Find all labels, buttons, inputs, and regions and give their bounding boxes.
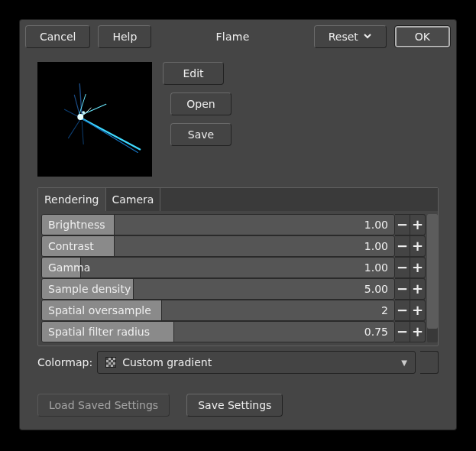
reset-button[interactable]: Reset <box>314 25 387 48</box>
reset-label: Reset <box>329 31 358 43</box>
param-label: Brightness <box>42 219 105 231</box>
colormap-row: Colormap: Custom gradient ▼ <box>37 351 439 374</box>
param-row-contrast: Contrast1.00−+ <box>41 235 426 257</box>
flame-dialog: Cancel Help Flame Reset OK <box>20 20 456 430</box>
load-saved-settings-button[interactable]: Load Saved Settings <box>37 394 170 417</box>
help-button[interactable]: Help <box>98 25 151 48</box>
tab-camera[interactable]: Camera <box>106 188 161 211</box>
param-value: 5.00 <box>364 283 394 295</box>
tab-spacer <box>160 188 438 211</box>
param-value: 1.00 <box>364 219 394 231</box>
param-slider[interactable]: Spatial oversample2 <box>41 300 395 321</box>
colormap-extra-button[interactable] <box>420 351 439 374</box>
param-row-gamma: Gamma1.00−+ <box>41 257 426 278</box>
preview-row: Edit Open Save <box>37 62 439 177</box>
tab-camera-label: Camera <box>112 193 154 206</box>
param-value: 2 <box>381 304 394 316</box>
dialog-content: Edit Open Save Rendering Camera Brightne… <box>25 62 451 430</box>
scrollbar-thumb[interactable] <box>427 214 438 329</box>
param-row-brightness: Brightness1.00−+ <box>41 214 426 235</box>
plus-icon[interactable]: + <box>410 321 426 342</box>
param-label: Sample density <box>42 283 131 295</box>
settings-tabs: Rendering Camera Brightness1.00−+Contras… <box>37 187 439 346</box>
param-slider[interactable]: Contrast1.00 <box>41 235 395 257</box>
save-button[interactable]: Save <box>170 123 232 146</box>
colormap-value: Custom gradient <box>122 356 212 368</box>
param-row-spatial-filter-radius: Spatial filter radius0.75−+ <box>41 321 426 342</box>
plus-icon[interactable]: + <box>410 278 426 300</box>
minus-icon[interactable]: − <box>395 235 410 257</box>
cancel-button[interactable]: Cancel <box>25 25 90 48</box>
dialog-title: Flame <box>151 31 313 43</box>
param-label: Contrast <box>42 240 94 252</box>
param-label: Spatial filter radius <box>42 326 150 338</box>
param-label: Gamma <box>42 261 90 274</box>
tab-body-rendering: Brightness1.00−+Contrast1.00−+Gamma1.00−… <box>38 211 438 346</box>
edit-button[interactable]: Edit <box>163 62 224 85</box>
plus-icon[interactable]: + <box>410 214 426 235</box>
plus-icon[interactable]: + <box>410 257 426 278</box>
param-slider[interactable]: Brightness1.00 <box>41 214 395 235</box>
tab-rendering-label: Rendering <box>44 193 99 206</box>
param-label: Spatial oversample <box>42 304 151 316</box>
minus-icon[interactable]: − <box>395 321 410 342</box>
param-value: 1.00 <box>364 261 394 274</box>
chevron-down-icon <box>363 31 372 43</box>
dialog-header: Cancel Help Flame Reset OK <box>25 25 451 48</box>
param-slider[interactable]: Gamma1.00 <box>41 257 395 278</box>
dialog-footer: Load Saved Settings Save Settings <box>37 374 439 430</box>
minus-icon[interactable]: − <box>395 278 410 300</box>
param-scrollbar[interactable] <box>427 214 438 342</box>
preview-side-buttons: Edit Open Save <box>163 62 232 146</box>
param-row-spatial-oversample: Spatial oversample2−+ <box>41 300 426 321</box>
tab-strip: Rendering Camera <box>38 188 438 211</box>
ok-button[interactable]: OK <box>394 25 451 48</box>
minus-icon[interactable]: − <box>395 300 410 321</box>
minus-icon[interactable]: − <box>395 214 410 235</box>
svg-point-1 <box>77 114 83 120</box>
save-settings-button[interactable]: Save Settings <box>186 394 283 417</box>
param-list: Brightness1.00−+Contrast1.00−+Gamma1.00−… <box>41 214 426 342</box>
tab-rendering[interactable]: Rendering <box>38 188 106 211</box>
colormap-label: Colormap: <box>37 356 92 368</box>
param-row-sample-density: Sample density5.00−+ <box>41 278 426 300</box>
dropdown-caret-icon: ▼ <box>401 359 407 367</box>
param-value: 1.00 <box>364 240 394 252</box>
flame-preview <box>37 62 152 177</box>
svg-rect-0 <box>38 63 151 176</box>
open-button[interactable]: Open <box>170 92 232 115</box>
plus-icon[interactable]: + <box>410 235 426 257</box>
plus-icon[interactable]: + <box>410 300 426 321</box>
colormap-dropdown[interactable]: Custom gradient ▼ <box>97 351 416 374</box>
param-value: 0.75 <box>364 326 394 338</box>
param-slider[interactable]: Spatial filter radius0.75 <box>41 321 395 342</box>
minus-icon[interactable]: − <box>395 257 410 278</box>
param-slider[interactable]: Sample density5.00 <box>41 278 395 300</box>
checker-icon <box>105 357 116 368</box>
